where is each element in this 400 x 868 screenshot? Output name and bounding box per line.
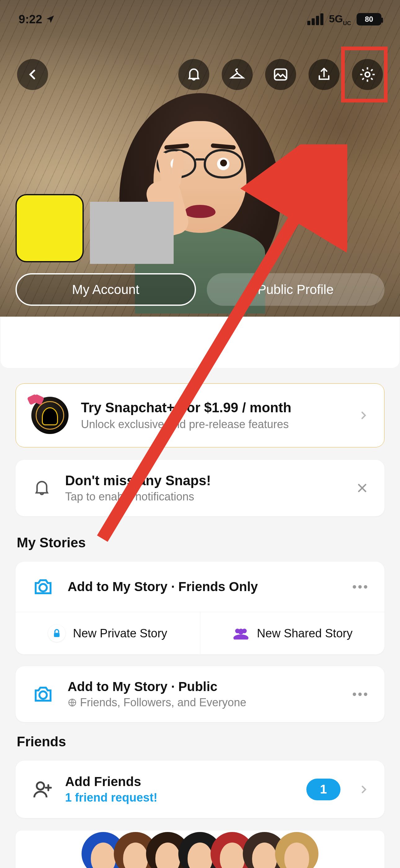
share-button[interactable] [308,59,339,90]
notif-subtitle: Tap to enable notifications [65,490,211,503]
status-time: 9:22 [19,13,55,26]
chevron-left-icon [26,68,39,81]
profile-content[interactable]: Try Snapchat+ For $1.99 / month Unlock e… [0,317,400,868]
more-button[interactable]: ••• [352,580,369,594]
svg-point-7 [233,634,248,640]
profile-tabs: My Account Public Profile [15,273,385,306]
new-private-story-button[interactable]: New Private Story [15,612,200,654]
svg-point-6 [238,629,244,634]
add-friends-title: Add Friends [65,774,158,789]
lock-icon [48,625,65,642]
add-friends-row[interactable]: Add Friends 1 friend request! 1 [15,761,385,818]
public-story-card: Add to My Story · Public Friends, Follow… [15,666,385,722]
new-shared-story-button[interactable]: New Shared Story [200,612,385,654]
snapchat-plus-badge-icon [31,397,69,434]
svg-point-8 [39,691,47,699]
my-stories-card: Add to My Story · Friends Only ••• New P… [15,562,385,654]
friends-avatars-row[interactable] [15,831,385,868]
close-icon [355,481,369,495]
signal-icon [307,13,324,25]
snapchat-plus-promo[interactable]: Try Snapchat+ For $1.99 / month Unlock e… [15,383,385,447]
profile-header: 9:22 5GUC 80 [0,0,400,317]
promo-subtitle: Unlock exclusive and pre-release feature… [81,418,292,431]
new-shared-label: New Shared Story [257,627,353,640]
back-button[interactable] [17,59,48,90]
group-icon [232,625,249,642]
image-icon [272,66,289,83]
bell-icon [186,66,202,83]
friend-request-sub: 1 friend request! [65,791,158,804]
globe-icon [68,698,77,707]
promo-title: Try Snapchat+ For $1.99 / month [81,400,292,415]
location-arrow-icon [45,14,55,24]
notif-title: Don't miss any Snaps! [65,473,211,488]
enable-notifications-card[interactable]: Don't miss any Snaps! Tap to enable noti… [15,460,385,516]
chevron-right-icon [359,782,369,797]
camera-icon [31,682,55,706]
status-right: 5GUC 80 [307,12,381,27]
add-my-story-public[interactable]: Add to My Story · Public Friends, Follow… [15,666,385,722]
snapcode[interactable] [15,194,84,262]
tab-my-account[interactable]: My Account [15,273,196,306]
svg-point-10 [37,782,44,789]
friend-avatar[interactable] [275,832,319,868]
empty-card [1,317,399,368]
friend-request-count-badge: 1 [306,779,340,800]
section-friends: Friends [17,734,385,749]
dismiss-button[interactable] [355,481,369,495]
public-story-subtitle: Friends, Followers, and Everyone [68,696,246,709]
network-label: 5GUC [329,12,351,27]
bell-outline-icon [31,477,53,499]
more-button[interactable]: ••• [352,687,369,701]
hanger-icon [229,66,245,83]
public-story-title: Add to My Story · Public [68,679,246,694]
svg-point-2 [39,584,47,591]
status-bar: 9:22 5GUC 80 [0,7,400,32]
tab-public-profile[interactable]: Public Profile [207,273,385,306]
display-name-redacted [90,202,174,264]
annotation-highlight-box [341,46,388,102]
chevron-right-icon [358,408,369,423]
share-icon [316,66,332,83]
add-friend-icon [31,778,53,801]
new-private-label: New Private Story [73,627,167,640]
add-my-story-friends[interactable]: Add to My Story · Friends Only ••• [15,562,385,612]
camera-icon [31,575,55,599]
clock-text: 9:22 [19,13,42,26]
story-row-title: Add to My Story · Friends Only [68,579,258,594]
section-my-stories: My Stories [17,535,385,550]
svg-rect-3 [54,633,60,637]
battery-icon: 80 [357,13,381,26]
